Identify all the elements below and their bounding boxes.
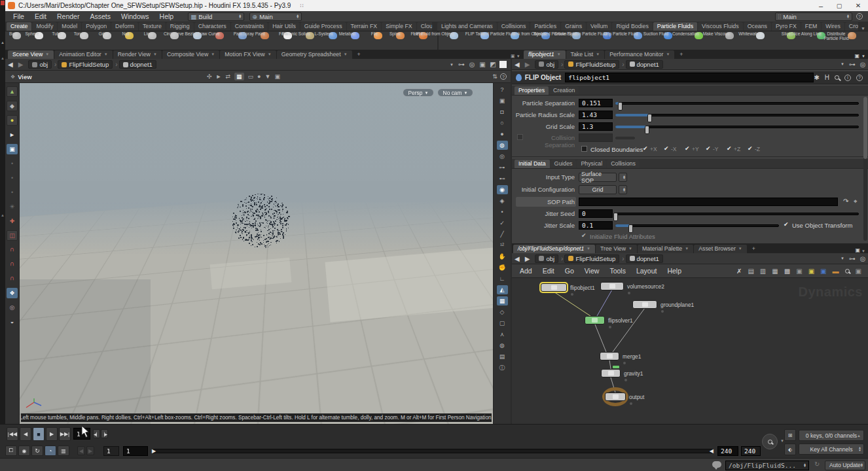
- param-slider-handle-particle-separation[interactable]: [618, 102, 623, 111]
- network-node-groundplane1[interactable]: [632, 300, 657, 309]
- pin-a-icon[interactable]: ⊶: [497, 163, 508, 172]
- camera-gray-icon[interactable]: ▣: [856, 268, 861, 275]
- memory-icon[interactable]: ▭: [248, 73, 254, 80]
- param-field-jitter-scale[interactable]: 0.1: [579, 221, 613, 230]
- link-icon[interactable]: ◎: [858, 255, 868, 262]
- info-icon[interactable]: i: [844, 75, 851, 81]
- range-start-field-2[interactable]: 1: [123, 446, 148, 456]
- recook-icon[interactable]: ↻: [814, 461, 820, 468]
- shelf-tool-torus-tool[interactable]: Torus: [73, 31, 96, 50]
- path-dropdown-icon[interactable]: ▼: [838, 256, 847, 260]
- sop-path-chooser-icon[interactable]: ⌖: [854, 198, 858, 205]
- range-slider-start-handle[interactable]: ▶: [152, 448, 156, 454]
- pane-tab-menu-icon[interactable]: ▼: [344, 52, 348, 56]
- group-box-icon[interactable]: ▢: [497, 319, 508, 328]
- network-node-volumesource2[interactable]: [600, 282, 624, 290]
- link-icon[interactable]: ◎: [858, 61, 868, 68]
- pin-icon[interactable]: ⊶: [847, 61, 858, 68]
- minimize-button[interactable]: –: [812, 2, 830, 10]
- back-icon[interactable]: ◀: [512, 61, 522, 68]
- jump-start-button[interactable]: |◀◀: [7, 427, 18, 441]
- shelf-tab-rigid-bodies[interactable]: Rigid Bodies: [612, 22, 652, 31]
- pane-tab-take-list[interactable]: Take List▼: [566, 50, 605, 59]
- lock-selection-icon[interactable]: ▣: [7, 144, 18, 154]
- pane-dd-icon[interactable]: ▼: [516, 54, 520, 58]
- param-slider-handle-jitter-seed[interactable]: [613, 213, 618, 221]
- hand-b-icon[interactable]: ✊: [497, 263, 508, 272]
- current-node-path-combo[interactable]: /obj/FlipFluidS...▲▼: [725, 461, 809, 470]
- grid-small-icon[interactable]: ▦: [772, 268, 778, 275]
- breadcrumb-dopnet1[interactable]: dopnet1: [626, 60, 663, 69]
- shelf-tool-grid-tool[interactable]: Grid: [96, 31, 118, 50]
- param-field-collision-separation[interactable]: [579, 133, 613, 142]
- param-subtab-collisions[interactable]: Collisions: [607, 160, 640, 168]
- param-combo-input-type[interactable]: Surface SOP: [579, 173, 617, 182]
- shelf-tab-collisions[interactable]: Collisions: [497, 22, 530, 31]
- template-display-icon[interactable]: ●: [7, 115, 18, 126]
- network-menu-edit[interactable]: Edit: [537, 267, 560, 275]
- desktop-selector[interactable]: ▦ Build ▲▼: [188, 12, 244, 21]
- param-slider-handle-particle-radius-scale[interactable]: [647, 114, 652, 122]
- shelf-tab-characters[interactable]: Characters: [194, 22, 230, 31]
- breadcrumb-obj[interactable]: obj: [28, 60, 52, 69]
- snap-edge-icon[interactable]: ∪: [7, 259, 18, 270]
- shelf-tab-particle-fluids[interactable]: Particle Fluids: [653, 22, 697, 31]
- shelf-tool-metaball-tool[interactable]: Metaball: [344, 31, 367, 50]
- maximize-button[interactable]: ▢: [830, 3, 848, 9]
- pane-tab-geometry-spreadsheet[interactable]: Geometry Spreadsheet▼: [277, 50, 352, 59]
- network-tab-tree-view[interactable]: Tree View▼: [596, 245, 637, 253]
- param-field-jitter-seed[interactable]: 0: [579, 209, 613, 218]
- path-dropdown-icon[interactable]: ▼: [447, 63, 456, 67]
- shelf-tab-guide-process[interactable]: Guide Process: [300, 22, 346, 31]
- snapshot-a-icon[interactable]: ▣: [477, 61, 488, 68]
- network-menu-add[interactable]: Add: [515, 267, 537, 275]
- param-combo-initial-configuration[interactable]: Grid: [579, 185, 617, 194]
- viewport-3d[interactable]: Persp▼ No cam▼ Left mouse tumbles, Middl…: [20, 83, 493, 424]
- shelf-tab-texture[interactable]: Texture: [139, 22, 166, 31]
- pane-tab-motion-fx-view[interactable]: Motion FX View▼: [220, 50, 276, 59]
- network-graph[interactable]: Dynamics flipobject1volumesource2groundp…: [512, 278, 868, 424]
- param-slider-particle-separation[interactable]: [615, 102, 859, 105]
- tick-settings-icon[interactable]: ▥: [58, 445, 69, 456]
- pane-tab-menu-icon[interactable]: ▼: [153, 52, 157, 56]
- network-menu-help[interactable]: Help: [662, 267, 687, 275]
- param-combo-spin-initial-configuration[interactable]: ▲▼: [619, 185, 627, 194]
- grid-large-icon[interactable]: ▩: [784, 268, 790, 275]
- main-scheme-selector[interactable]: ⊕ Main ▲▼: [249, 12, 302, 21]
- export-channels-icon[interactable]: ⧠: [5, 445, 17, 456]
- menu-render[interactable]: Render: [52, 12, 84, 20]
- persp-selector[interactable]: Persp▼: [403, 88, 434, 97]
- wire-shade-icon[interactable]: ◈: [497, 196, 508, 205]
- camera-lock-icon[interactable]: ●: [257, 73, 261, 80]
- shelf-tab-simple-fx[interactable]: Simple FX: [382, 22, 416, 31]
- shelf-tool-tube-tool[interactable]: Tube: [50, 31, 73, 50]
- back-icon[interactable]: ◀: [512, 255, 522, 262]
- closed-boundaries-checkbox[interactable]: [581, 146, 587, 152]
- shelf-tab-wires[interactable]: Wires: [822, 22, 844, 31]
- forward-icon[interactable]: ▶: [522, 61, 533, 68]
- light-icon[interactable]: ○: [497, 118, 508, 128]
- lasso-select-icon[interactable]: ✳: [7, 201, 18, 212]
- play-backward-button[interactable]: ◀: [20, 427, 31, 441]
- key-all-channels-button[interactable]: Key All Channels▲▼: [799, 444, 864, 455]
- breadcrumb-FlipFluidSetup[interactable]: FlipFluidSetup: [564, 254, 619, 263]
- pin-b-icon[interactable]: ⊷: [497, 174, 508, 183]
- close-button[interactable]: ✕: [848, 2, 868, 9]
- forward-icon[interactable]: ▶: [16, 61, 26, 68]
- pane-tab-render-view[interactable]: Render View▼: [113, 50, 162, 59]
- crosshair-icon[interactable]: ◉: [497, 185, 508, 194]
- breadcrumb-obj[interactable]: obj: [535, 254, 558, 263]
- param-field-sop-path[interactable]: [579, 198, 838, 206]
- loop-mode-icon[interactable]: ↻: [31, 445, 43, 456]
- sheet-icon[interactable]: ▥: [760, 268, 766, 275]
- bulb-icon[interactable]: ◍: [497, 141, 508, 150]
- pencil-icon[interactable]: ╱: [497, 230, 508, 239]
- param-field-grid-scale[interactable]: 1.3: [579, 122, 613, 131]
- note-blue-icon[interactable]: ▣: [820, 268, 826, 275]
- menu-assets[interactable]: Assets: [84, 12, 116, 20]
- wrench-icon[interactable]: ✗: [736, 268, 742, 275]
- range-next-icon[interactable]: ▶: [86, 446, 94, 455]
- range-end-field[interactable]: 240: [717, 446, 738, 456]
- pane-tab-composite-view[interactable]: Composite View▼: [162, 50, 219, 59]
- render-region-icon[interactable]: ◎: [7, 302, 18, 313]
